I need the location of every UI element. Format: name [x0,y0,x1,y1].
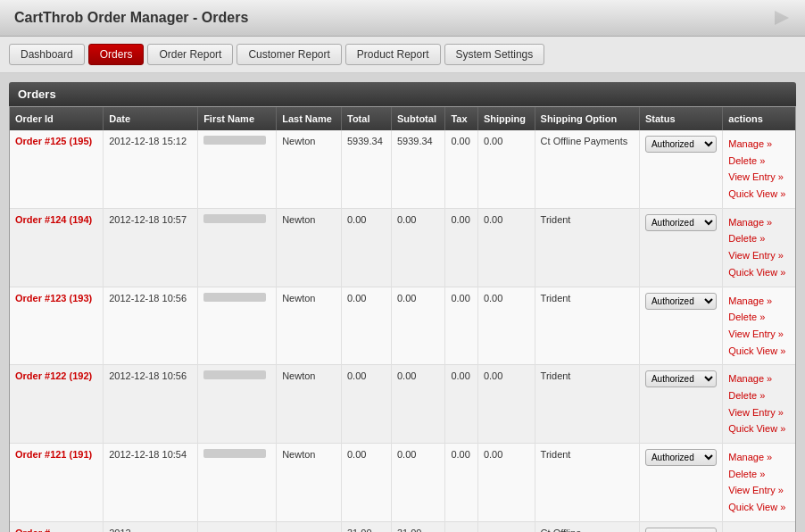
cell-order-id: Order #124 (194) [10,208,104,287]
table-row: Order #122 (192)2012-12-18 10:56XXXXXXXX… [10,365,795,444]
cell-shipping-option: Trident [535,444,639,522]
action-link[interactable]: Quick View » [728,267,785,278]
nav-dashboard[interactable]: Dashboard [9,44,85,65]
order-id-link[interactable]: Order #125 (195) [15,136,92,146]
status-select[interactable]: AuthorizedPendingCompletedCancelledRefun… [645,449,717,466]
cell-total: 31.00 [341,521,391,532]
action-link[interactable]: Delete » [728,312,765,322]
cell-shipping: 0.00 [477,287,535,365]
cell-status[interactable]: AuthorizedPendingCompletedCancelledRefun… [639,130,722,208]
table-header-row: Order Id Date First Name Last Name Total… [10,107,795,130]
action-link[interactable]: Delete » [728,233,765,244]
cell-tax: 0.00 [445,208,478,287]
action-link[interactable]: Quick View » [728,188,785,199]
cell-shipping: 0.00 [477,208,535,287]
nav-customer-report[interactable]: Customer Report [237,44,341,65]
cell-status[interactable]: AuthorizedPendingCompletedCancelledRefun… [639,521,722,532]
col-first-name: First Name [198,107,277,130]
cell-date: 2012- [104,521,198,532]
orders-table: Order Id Date First Name Last Name Total… [10,107,795,532]
cell-shipping-option: Trident [535,287,639,365]
cell-total: 5939.34 [341,130,391,208]
cell-last-name: Newton [277,130,342,208]
action-link[interactable]: Delete » [728,390,765,401]
nav-product-report[interactable]: Product Report [345,44,441,65]
cell-subtotal: 0.00 [391,444,444,522]
action-link[interactable]: View Entry » [728,328,784,339]
cell-order-id: Order #123 (193) [10,287,104,365]
status-select[interactable]: AuthorizedPendingCompletedCancelledRefun… [645,370,717,387]
order-id-link[interactable]: Order #123 (193) [15,293,92,303]
action-link[interactable]: View Entry » [728,250,784,261]
content-area: Orders Order Id Date First Name Last Nam… [0,73,805,532]
col-shipping-option: Shipping Option [535,107,639,130]
action-link[interactable]: Quick View » [728,423,785,434]
action-link[interactable]: Delete » [728,469,765,479]
cell-date: 2012-12-18 10:57 [104,208,198,287]
cell-status[interactable]: AuthorizedPendingCompletedCancelledRefun… [639,208,722,287]
cell-shipping-option: Ct Offline Payments [535,130,639,208]
cell-actions: Manage » [723,521,795,532]
section-header: Orders [9,82,796,106]
cell-tax: 0.00 [445,444,478,522]
cell-last-name: Newton [277,287,342,365]
order-id-link[interactable]: Order #122 (192) [15,370,92,381]
cell-last-name [277,521,342,532]
cell-last-name: Newton [277,208,342,287]
cell-date: 2012-12-18 10:54 [104,444,198,522]
status-select[interactable]: AuthorizedPendingCompletedCancelledRefun… [645,528,717,532]
table-row: Order #121 (191)2012-12-18 10:54XXXXXXXX… [10,444,795,522]
action-link[interactable]: Manage » [728,373,772,384]
cell-total: 0.00 [341,444,391,522]
cell-first-name: XXXXXXXXX [198,365,277,444]
col-subtotal: Subtotal [391,107,444,130]
cell-tax [445,521,478,532]
table-row: Order #123 (193)2012-12-18 10:56XXXXXXXX… [10,287,795,365]
order-id-link[interactable]: Order #... [15,528,58,532]
action-link[interactable]: Manage » [728,452,772,462]
cell-subtotal: 0.00 [391,208,444,287]
cell-total: 0.00 [341,287,391,365]
cell-subtotal: 31.00 [391,521,444,532]
action-link[interactable]: Manage » [728,295,772,306]
cell-tax: 0.00 [445,287,478,365]
cell-subtotal: 0.00 [391,365,444,444]
cell-date: 2012-12-18 15:12 [104,130,198,208]
cell-last-name: Newton [277,365,342,444]
col-actions: actions [723,107,795,130]
nav-order-report[interactable]: Order Report [147,44,233,65]
cell-first-name: XXXXXXXXX [198,444,277,522]
cell-last-name: Newton [277,444,342,522]
col-last-name: Last Name [277,107,342,130]
action-link[interactable]: View Entry » [728,407,784,418]
cell-first-name: XXXXXXXXX [198,130,277,208]
action-link[interactable]: View Entry » [728,171,784,182]
cell-total: 0.00 [341,208,391,287]
section-title: Orders [18,87,56,101]
status-select[interactable]: AuthorizedPendingCompletedCancelledRefun… [645,136,717,153]
cell-shipping-option: Ct Offline [535,521,639,532]
action-link[interactable]: Quick View » [728,345,785,356]
status-select[interactable]: AuthorizedPendingCompletedCancelledRefun… [645,293,717,310]
cell-subtotal: 5939.34 [391,130,444,208]
nav-orders[interactable]: Orders [88,44,145,65]
cell-tax: 0.00 [445,365,478,444]
table-row: Order #...2012-31.0031.00Ct OfflineAutho… [10,521,795,532]
cell-status[interactable]: AuthorizedPendingCompletedCancelledRefun… [639,365,722,444]
cell-status[interactable]: AuthorizedPendingCompletedCancelledRefun… [639,444,722,522]
action-link[interactable]: View Entry » [728,485,784,495]
cell-shipping-option: Trident [535,208,639,287]
order-id-link[interactable]: Order #121 (191) [15,449,92,460]
action-link[interactable]: Delete » [728,155,765,166]
nav-system-settings[interactable]: System Settings [444,44,545,65]
action-link[interactable]: Manage » [728,217,772,228]
status-select[interactable]: AuthorizedPendingCompletedCancelledRefun… [645,214,717,231]
cell-shipping [477,521,535,532]
action-link[interactable]: Quick View » [728,502,785,512]
order-id-link[interactable]: Order #124 (194) [15,214,92,225]
nav-bar: Dashboard Orders Order Report Customer R… [0,37,805,73]
cell-shipping: 0.00 [477,444,535,522]
cell-status[interactable]: AuthorizedPendingCompletedCancelledRefun… [639,287,722,365]
cell-actions: Manage »Delete »View Entry »Quick View » [723,444,795,522]
action-link[interactable]: Manage » [728,138,772,149]
